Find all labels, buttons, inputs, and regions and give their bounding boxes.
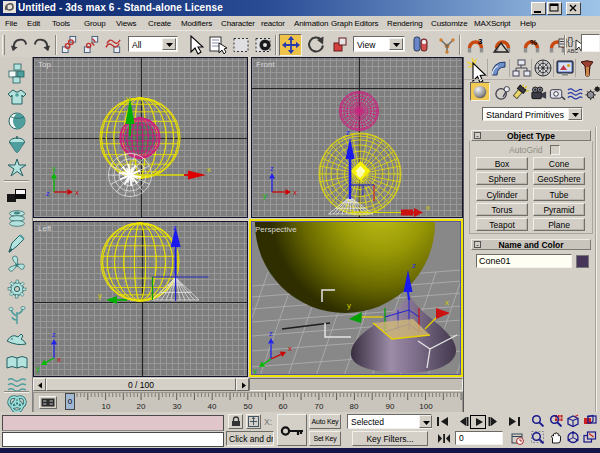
svg-text:10: 10 xyxy=(102,402,111,411)
svg-text:30: 30 xyxy=(173,402,182,411)
svg-text:x: x xyxy=(293,188,297,197)
svg-text:%: % xyxy=(530,38,537,47)
svg-text:60: 60 xyxy=(279,402,288,411)
svg-text:20: 20 xyxy=(137,402,146,411)
svg-text:z: z xyxy=(270,164,274,173)
svg-text:y: y xyxy=(36,364,40,373)
svg-text:x: x xyxy=(445,298,449,307)
svg-text:x: x xyxy=(57,355,61,364)
svg-text:90: 90 xyxy=(386,402,395,411)
svg-text:y: y xyxy=(347,301,351,310)
svg-text:x: x xyxy=(426,203,430,212)
svg-text:{}: {} xyxy=(567,36,574,47)
svg-text:z: z xyxy=(412,261,416,270)
svg-text:y: y xyxy=(263,191,267,200)
svg-text:y: y xyxy=(126,94,130,103)
svg-text:x: x xyxy=(288,344,292,353)
svg-text:3: 3 xyxy=(478,37,483,46)
svg-text:z: z xyxy=(269,329,273,338)
svg-text:z: z xyxy=(46,189,50,198)
svg-text:y: y xyxy=(52,164,56,173)
svg-text:70: 70 xyxy=(315,402,324,411)
svg-text:z: z xyxy=(173,223,177,232)
svg-text:z: z xyxy=(52,330,56,339)
svg-text:z: z xyxy=(346,128,350,137)
svg-text:x: x xyxy=(207,165,211,174)
svg-text:50: 50 xyxy=(244,402,253,411)
svg-text:y: y xyxy=(98,291,102,300)
svg-text:y: y xyxy=(253,366,257,375)
svg-text:x: x xyxy=(75,188,79,197)
svg-text:100: 100 xyxy=(419,402,433,411)
svg-text:40: 40 xyxy=(208,402,217,411)
svg-text:80: 80 xyxy=(350,402,359,411)
